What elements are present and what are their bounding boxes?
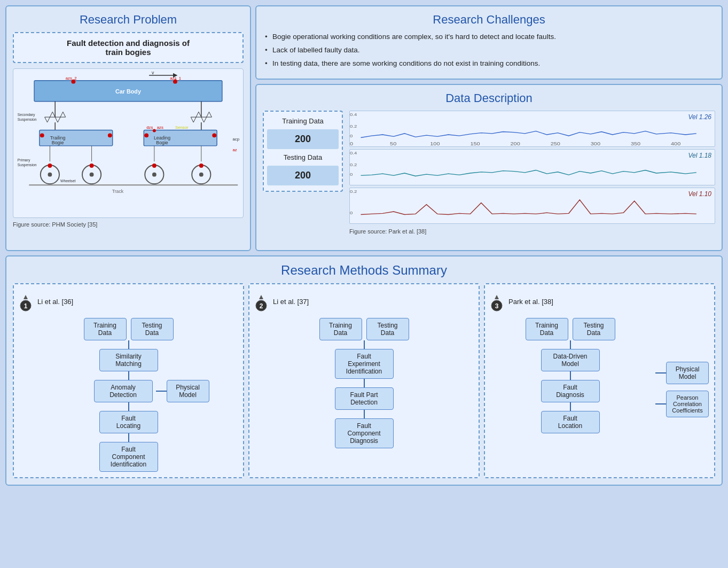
training-data-value: 200 xyxy=(267,129,339,149)
chart-row-3: Vel 1.10 0.2 0 xyxy=(349,188,715,224)
method-2-title: 2 Li et al. [37] xyxy=(255,290,473,314)
top-row: Research Problem Fault detection and dia… xyxy=(5,5,723,251)
physical-model-box: PhysicalModel xyxy=(666,362,709,384)
method-1-training-box: TrainingData xyxy=(84,318,127,340)
method-3-data-row: TrainingData TestingData xyxy=(526,318,615,340)
fault-part-detection-box: Fault PartDetection xyxy=(335,387,394,410)
svg-text:150: 150 xyxy=(470,141,480,146)
svg-text:100: 100 xyxy=(430,141,440,146)
svg-point-7 xyxy=(173,80,177,84)
svg-point-37 xyxy=(48,173,52,177)
fault-locating-box: FaultLocating xyxy=(99,411,158,433)
fault-diagnosis-box: FaultDiagnosis xyxy=(541,380,600,402)
svg-text:acp: acp xyxy=(232,137,239,142)
svg-text:azs: azs xyxy=(157,125,163,130)
svg-line-10 xyxy=(45,117,48,122)
connector-6 xyxy=(364,379,365,387)
svg-point-59 xyxy=(48,164,52,168)
method-3-panel: 3 Park et al. [38] TrainingData TestingD… xyxy=(484,283,715,478)
chart-label-3: Vel 1.10 xyxy=(688,190,711,198)
svg-text:azs_2: azs_2 xyxy=(66,76,77,81)
method-2-testing-box: TestingData xyxy=(366,318,409,340)
challenge-item-1: Bogie operational working conditions are… xyxy=(265,32,713,42)
svg-text:Sensor: Sensor xyxy=(175,125,189,130)
svg-point-43 xyxy=(199,173,203,177)
connector-5 xyxy=(364,340,365,349)
h-line-2 xyxy=(655,372,666,374)
medal-3-icon: 3 xyxy=(490,295,503,314)
svg-text:Bogie: Bogie xyxy=(156,140,168,145)
method-1-data-row: TrainingData TestingData xyxy=(84,318,174,340)
physical-model-row: PhysicalModel xyxy=(655,362,709,384)
svg-text:2: 2 xyxy=(260,302,263,310)
svg-text:3: 3 xyxy=(495,302,499,310)
svg-text:0: 0 xyxy=(350,172,353,177)
main-container: Research Problem Fault detection and dia… xyxy=(5,5,723,486)
physical-model-side-box-1: PhysicalModel xyxy=(167,380,209,402)
method-3-author: Park et al. [38] xyxy=(508,298,553,306)
chart-label-1: Vel 1.26 xyxy=(688,113,711,121)
svg-text:200: 200 xyxy=(511,141,521,146)
fault-component-id-box: FaultComponentIdentification xyxy=(99,442,158,472)
svg-text:Primary: Primary xyxy=(18,158,30,162)
data-desc-source: Figure source: Park et al. [38] xyxy=(349,228,715,235)
medal-1-icon: 1 xyxy=(19,295,32,314)
pearson-correlation-box: PearsonCorrelationCoefficients xyxy=(666,391,709,417)
fault-experiment-box: FaultExperimentIdentification xyxy=(335,349,394,379)
svg-text:az: az xyxy=(232,147,237,152)
connector-9 xyxy=(570,371,571,380)
svg-text:0.2: 0.2 xyxy=(350,162,357,167)
data-description-title: Data Description xyxy=(263,91,715,105)
data-table-inner: Training Data 200 Testing Data 200 xyxy=(263,111,343,192)
anomaly-row: AnomalyDetection PhysicalModel xyxy=(48,380,209,402)
connector-7 xyxy=(364,410,365,418)
svg-point-39 xyxy=(90,173,94,177)
svg-text:0.4: 0.4 xyxy=(350,112,357,116)
chart-area: Vel 1.26 0 50 100 150 200 250 300 350 xyxy=(349,111,715,235)
testing-data-value: 200 xyxy=(267,166,339,185)
connector-3 xyxy=(128,402,129,411)
fault-component-diagnosis-box: FaultComponentDiagnosis xyxy=(335,418,394,448)
svg-text:0: 0 xyxy=(350,141,354,146)
research-problem-source: Figure source: PHM Society [35] xyxy=(13,221,244,228)
method-3-title: 3 Park et al. [38] xyxy=(490,290,709,314)
svg-point-35 xyxy=(153,129,156,133)
svg-point-41 xyxy=(152,173,156,177)
svg-text:Secondary: Secondary xyxy=(18,113,35,117)
data-desc-content: Training Data 200 Testing Data 200 Vel 1… xyxy=(263,111,715,235)
svg-text:0.4: 0.4 xyxy=(350,150,357,155)
svg-text:0: 0 xyxy=(350,134,353,138)
similarity-matching-box: SimilarityMatching xyxy=(99,349,158,371)
training-data-label: Training Data xyxy=(267,115,339,127)
svg-point-62 xyxy=(199,164,203,168)
challenge-item-2: Lack of labelled faulty data. xyxy=(265,45,713,56)
svg-line-14 xyxy=(63,112,66,117)
svg-line-18 xyxy=(191,117,193,122)
svg-text:Car Body: Car Body xyxy=(115,88,141,95)
data-table: Training Data 200 Testing Data 200 xyxy=(263,111,343,235)
svg-marker-80 xyxy=(24,295,28,299)
testing-data-label: Testing Data xyxy=(267,151,339,164)
method-3-training-box: TrainingData xyxy=(526,318,568,340)
svg-text:Track: Track xyxy=(112,189,124,194)
connector-4 xyxy=(128,433,129,442)
svg-text:0: 0 xyxy=(350,211,353,215)
chart-row-1: Vel 1.26 0 50 100 150 200 250 300 350 xyxy=(349,111,715,147)
method-1-author: Li et al. [36] xyxy=(37,298,73,306)
anomaly-detection-box: AnomalyDetection xyxy=(94,380,153,402)
research-challenges-panel: Research Challenges Bogie operational wo… xyxy=(255,5,723,80)
svg-point-57 xyxy=(144,133,148,137)
method-3-main: TrainingData TestingData Data-DrivenMode… xyxy=(490,318,650,433)
method-3-testing-box: TestingData xyxy=(573,318,615,340)
method-1-testing-box: TestingData xyxy=(131,318,174,340)
bogie-diagram: Car Body v azs_2 azs_1 xyxy=(13,68,244,218)
research-problem-panel: Research Problem Fault detection and dia… xyxy=(5,5,251,251)
method-3-side: PhysicalModel PearsonCorrelationCoeffici… xyxy=(655,318,709,433)
svg-point-56 xyxy=(108,133,112,137)
svg-text:v: v xyxy=(152,70,154,75)
svg-text:1: 1 xyxy=(24,302,28,310)
challenges-list: Bogie operational working conditions are… xyxy=(265,32,713,69)
fault-location-box: FaultLocation xyxy=(541,411,600,433)
svg-text:0.2: 0.2 xyxy=(350,123,357,128)
svg-marker-84 xyxy=(259,295,263,299)
